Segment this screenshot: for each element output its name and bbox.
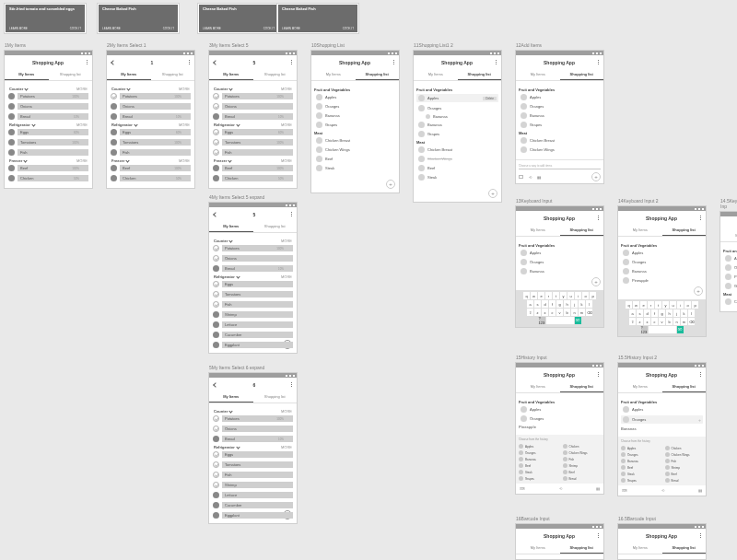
shop-item[interactable]: Steak (416, 174, 498, 181)
keyboard-icon[interactable]: ⌨ (622, 488, 627, 493)
keyboard-icon[interactable] (519, 175, 523, 179)
key[interactable]: o (684, 301, 691, 309)
key[interactable]: y (560, 292, 567, 299)
overflow-icon[interactable] (291, 212, 292, 216)
key[interactable]: i (575, 292, 581, 299)
history-item[interactable]: Grapes (519, 476, 557, 481)
key[interactable]: f (651, 309, 658, 317)
history-icon[interactable]: ⟲ (529, 175, 532, 180)
shop-item[interactable]: Pineapple (621, 277, 703, 284)
overflow-icon[interactable] (393, 60, 394, 64)
virtual-keyboard[interactable]: qwertyuiopasdfghjkl⇧zxcvbnm⌫?123GO (516, 290, 603, 327)
item-row[interactable]: Onions (110, 102, 192, 111)
tab-my-items[interactable]: My Items (107, 69, 151, 80)
shop-item[interactable]: Chicken Wings (416, 156, 498, 162)
shop-item[interactable]: Oranges (416, 105, 498, 111)
tab-my-items[interactable]: My Items (311, 69, 356, 80)
learn-more-button[interactable]: LEARN MORE (9, 27, 28, 30)
item-row[interactable]: Tomatoes100% (212, 138, 294, 146)
learn-more-button[interactable]: LEARN MORE (282, 27, 300, 30)
key[interactable]: t (655, 301, 661, 309)
tab-my-items[interactable]: My Items (618, 381, 662, 392)
key[interactable]: k (681, 309, 687, 317)
key[interactable]: d (542, 300, 548, 308)
add-fab[interactable]: + (694, 286, 703, 296)
key[interactable]: r (648, 301, 654, 309)
tab-shopping-list[interactable]: Shopping list (458, 69, 502, 80)
key[interactable]: n (673, 318, 680, 325)
back-icon[interactable] (213, 212, 218, 217)
check-icon[interactable] (213, 149, 219, 156)
tab-shopping-list[interactable]: Shopping list (560, 542, 604, 554)
cook-it-button[interactable]: COOK IT (163, 27, 174, 30)
key[interactable]: w (633, 301, 639, 309)
item-row[interactable]: Shrimp (212, 481, 294, 489)
check-icon[interactable] (213, 482, 219, 488)
key-go[interactable]: GO (575, 317, 581, 324)
key[interactable]: s (534, 300, 541, 308)
check-icon[interactable] (213, 245, 219, 251)
item-row[interactable]: Onions (212, 102, 294, 111)
tab-my-items[interactable]: My Items (516, 381, 560, 392)
tab-my-items[interactable]: My Items (209, 221, 253, 232)
tab-shopping-list[interactable]: Shopping list (253, 69, 298, 80)
item-row[interactable]: Eggplant (212, 341, 294, 349)
item-row[interactable]: Fish (212, 148, 294, 157)
shop-item[interactable]: Oranges+ (621, 415, 703, 424)
key-go[interactable]: GO (677, 326, 684, 333)
history-item[interactable]: Bananas (621, 459, 660, 463)
shop-item[interactable]: Chicken Wings (519, 146, 601, 153)
item-row[interactable]: Chicken50% (7, 174, 89, 182)
shop-item[interactable]: Steak (314, 165, 396, 171)
shop-item[interactable]: Apples (621, 250, 703, 256)
barcode-icon[interactable]: ▮▮ (698, 488, 702, 493)
item-row[interactable]: Beef100% (7, 164, 89, 172)
item-row[interactable]: Bread10% (110, 112, 192, 121)
item-row[interactable]: Fish (212, 300, 294, 309)
tab-my-items[interactable]: My Items (516, 542, 560, 554)
shop-item[interactable]: Bananas (314, 112, 396, 119)
item-row[interactable]: Eggs60% (110, 128, 192, 136)
overflow-icon[interactable] (700, 372, 701, 377)
key[interactable]: p (692, 301, 698, 309)
tab-shopping-list[interactable]: Shopping list (560, 225, 604, 236)
check-icon[interactable] (213, 461, 219, 468)
key[interactable]: f (549, 300, 556, 308)
check-icon[interactable] (213, 129, 219, 135)
key[interactable]: p (590, 292, 596, 299)
history-item[interactable]: Chicken Wings (665, 452, 704, 457)
check-icon[interactable] (213, 451, 219, 458)
item-row[interactable]: Tomatoes (212, 461, 294, 469)
shop-item[interactable]: Bananas (621, 268, 703, 274)
item-row[interactable]: Lettuce (212, 491, 294, 499)
learn-more-button[interactable]: LEARN MORE (203, 27, 221, 30)
shop-item[interactable]: Chicken Breast (519, 137, 601, 144)
history-item[interactable]: Fish (665, 459, 704, 463)
item-row[interactable]: Beef100% (212, 164, 294, 172)
key[interactable]: h (666, 309, 673, 317)
history-item[interactable]: Chicken Wings (563, 450, 602, 455)
history-item[interactable]: Oranges (621, 452, 660, 457)
check-icon[interactable] (213, 301, 219, 308)
key[interactable]: j (673, 309, 680, 317)
item-row[interactable]: Eggs (212, 280, 294, 288)
tab-shopping-list[interactable]: Shopping list (151, 69, 195, 80)
tab-my-items[interactable]: My Items (516, 225, 560, 236)
back-icon[interactable] (213, 382, 218, 388)
key[interactable]: ⌫ (688, 318, 695, 325)
item-row[interactable]: Eggs (212, 450, 294, 459)
tab-shopping-list[interactable]: Shopping list (253, 391, 298, 402)
key-space[interactable] (649, 326, 676, 333)
shop-item[interactable]: Chicken Wings (314, 146, 396, 153)
cook-it-button[interactable]: COOK IT (70, 27, 81, 30)
shop-item[interactable]: Apples (519, 250, 601, 256)
history-item[interactable]: Steak (519, 470, 557, 474)
add-fab[interactable]: + (386, 180, 395, 189)
recipe-card[interactable]: Cheese Baked FishLEARN MORECOOK IT (97, 3, 180, 34)
key[interactable]: q (523, 292, 530, 299)
item-row[interactable]: Potatoes100% (110, 92, 192, 100)
overflow-icon[interactable] (87, 60, 88, 64)
shop-item[interactable]: Apples (314, 94, 396, 100)
item-row[interactable]: Fish (212, 471, 294, 479)
item-row[interactable]: Onions (212, 254, 294, 262)
